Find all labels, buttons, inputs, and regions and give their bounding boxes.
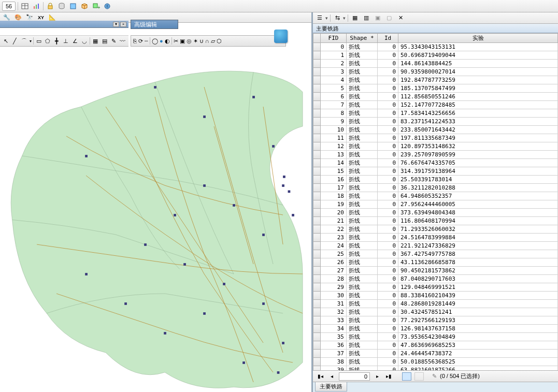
table-row[interactable]: 27折线090.4502181573862 — [313, 267, 558, 275]
row-selector[interactable] — [313, 300, 321, 308]
intersect-icon[interactable]: ∩ — [205, 38, 209, 44]
table-row[interactable]: 39折线063.8821601875266 — [313, 366, 558, 371]
row-selector[interactable] — [313, 283, 321, 292]
gen-icon[interactable]: ⬡ — [217, 38, 222, 45]
table-row[interactable]: 1折线050.6968719409044 — [313, 51, 558, 60]
row-selector[interactable] — [313, 184, 321, 192]
table-row[interactable]: 20折线0373.639494804348 — [313, 209, 558, 217]
prev-record-button[interactable]: ◂ — [327, 372, 336, 381]
copy-icon[interactable]: ⎘ — [133, 38, 137, 44]
table-row[interactable]: 33折线077.2927566129193 — [313, 316, 558, 325]
table-row[interactable]: 3折线090.9359800027014 — [313, 68, 558, 76]
show-all-button[interactable] — [402, 372, 411, 381]
row-selector[interactable] — [313, 242, 321, 250]
table-row[interactable]: 38折线050.0188556368525 — [313, 358, 558, 366]
row-selector[interactable] — [313, 258, 321, 267]
row-selector[interactable] — [313, 316, 321, 325]
table-row[interactable]: 4折线0192.847787773259 — [313, 76, 558, 84]
zoom-sel-icon[interactable]: ▣ — [373, 13, 382, 23]
table-row[interactable]: 23折线024.5164783999884 — [313, 234, 558, 242]
row-selector[interactable] — [313, 267, 321, 275]
row-selector[interactable] — [313, 308, 321, 316]
table-row[interactable]: 22折线071.2933526060032 — [313, 225, 558, 234]
perp-icon[interactable]: ⊥ — [62, 36, 70, 46]
table-row[interactable]: 17折线036.3211282010288 — [313, 184, 558, 192]
row-selector[interactable] — [313, 275, 321, 283]
row-selector[interactable] — [313, 250, 321, 258]
table2-icon[interactable]: ▤ — [101, 36, 108, 46]
mid-icon[interactable]: ╋ — [53, 36, 61, 46]
related-icon[interactable]: ▦ — [350, 13, 360, 23]
row-selector[interactable] — [313, 366, 321, 371]
dash-icon[interactable]: ┄ — [145, 38, 148, 45]
close-icon[interactable]: ✕ — [396, 13, 405, 23]
table-row[interactable]: 11折线0197.811335687349 — [313, 134, 558, 142]
row-selector[interactable] — [313, 68, 321, 76]
close-icon[interactable]: × — [120, 22, 126, 27]
switch-icon[interactable]: ⇆ — [333, 13, 342, 23]
map-canvas[interactable] — [0, 48, 311, 392]
pin-icon[interactable]: ▾ — [113, 22, 119, 27]
row-selector[interactable] — [313, 60, 321, 68]
table-row[interactable]: 9折线083.2371541224533 — [313, 118, 558, 126]
table-row[interactable]: 28折线087.0408290717603 — [313, 275, 558, 283]
row-selector[interactable] — [313, 350, 321, 358]
buffer-icon[interactable]: ◎ — [187, 38, 192, 45]
row-selector[interactable] — [313, 217, 321, 225]
table-scroll[interactable]: FID Shape * Id 实验 0折线095.33430431531311折… — [313, 33, 558, 370]
col-id[interactable]: Id — [378, 34, 398, 43]
chart-icon[interactable] — [32, 2, 41, 11]
table-row[interactable]: 13折线0239.257097890599 — [313, 151, 558, 159]
table-row[interactable]: 16折线025.503391783014 — [313, 176, 558, 184]
row-selector[interactable] — [313, 51, 321, 60]
row-selector[interactable] — [313, 167, 321, 176]
table-icon[interactable] — [20, 2, 30, 11]
stream-icon[interactable]: 〰 — [119, 36, 126, 46]
table-row[interactable]: 30折线088.3384160210439 — [313, 292, 558, 300]
row-selector[interactable] — [313, 325, 321, 333]
first-record-button[interactable]: ▮◂ — [316, 372, 324, 381]
current-record-input[interactable] — [339, 372, 370, 381]
table-row[interactable]: 6折线0112.856850551246 — [313, 93, 558, 101]
select-by-icon[interactable]: ▥ — [362, 13, 371, 23]
show-selected-button[interactable] — [414, 372, 424, 381]
row-selector[interactable] — [313, 84, 321, 93]
circle2-icon[interactable]: ● — [160, 38, 163, 44]
row-selector[interactable] — [313, 333, 321, 341]
table-row[interactable]: 8折线017.5834143256656 — [313, 109, 558, 118]
table-row[interactable]: 12折线0120.897353148632 — [313, 142, 558, 151]
row-selector[interactable] — [313, 176, 321, 184]
row-selector[interactable] — [313, 93, 321, 101]
row-selector[interactable] — [313, 292, 321, 300]
row-selector[interactable] — [313, 151, 321, 159]
table-row[interactable]: 37折线024.464454738372 — [313, 350, 558, 358]
square-icon[interactable] — [68, 2, 78, 11]
split-icon[interactable]: ✂ — [174, 38, 178, 45]
line-icon[interactable]: ╱ — [11, 36, 19, 46]
row-selector[interactable] — [313, 209, 321, 217]
row-selector[interactable] — [313, 43, 321, 51]
merge-icon[interactable]: ▣ — [180, 38, 185, 45]
next-record-button[interactable]: ▸ — [373, 372, 381, 381]
row-selector[interactable] — [313, 142, 321, 151]
add-icon[interactable]: + — [91, 2, 101, 11]
geodb-icon[interactable] — [57, 2, 66, 11]
row-selector-header[interactable] — [313, 34, 321, 43]
col-fid[interactable]: FID — [321, 34, 347, 43]
table-row[interactable]: 32折线030.432457851241 — [313, 308, 558, 316]
row-selector[interactable] — [313, 234, 321, 242]
table-row[interactable]: 29折线0129.048469991521 — [313, 283, 558, 292]
table-row[interactable]: 5折线0185.137075847499 — [313, 84, 558, 93]
row-selector[interactable] — [313, 200, 321, 209]
union-icon[interactable]: ∪ — [199, 38, 204, 45]
globe-icon[interactable] — [103, 2, 112, 11]
arc-icon[interactable]: ⌒ — [20, 36, 28, 46]
row-selector[interactable] — [313, 118, 321, 126]
row-selector[interactable] — [313, 192, 321, 200]
rect-icon[interactable]: ▭ — [35, 36, 43, 46]
clear-sel-icon[interactable]: ▢ — [384, 13, 394, 23]
row-selector[interactable] — [313, 109, 321, 118]
toolbox-launcher-icon[interactable] — [274, 30, 288, 43]
table-row[interactable]: 14折线076.6676474335705 — [313, 159, 558, 167]
edit-pencil-icon[interactable]: ✎ — [432, 373, 437, 380]
